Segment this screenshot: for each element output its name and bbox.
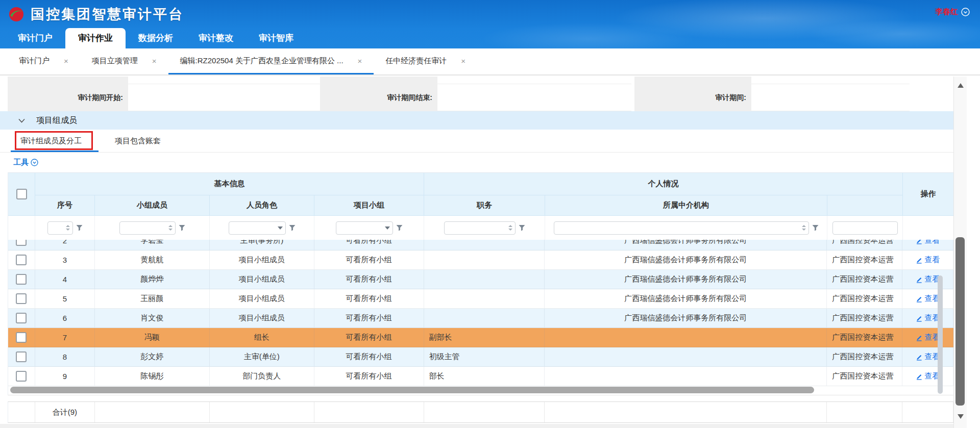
cell-name: 黄航航 [95, 250, 210, 270]
filter-seq-input[interactable] [47, 221, 73, 235]
workspace-tab[interactable]: 项目立项管理× [80, 48, 168, 74]
filter-funnel-icon[interactable] [519, 224, 525, 231]
edit-pencil-icon [916, 257, 923, 264]
view-link[interactable]: 查看 [916, 333, 940, 342]
view-link-label[interactable]: 查看 [925, 240, 940, 245]
filter-company-input[interactable] [832, 221, 898, 235]
cell-duty [424, 240, 545, 250]
cell-org: 广西瑞信盛德会计师事务所有限公司 [545, 270, 827, 289]
workspace-tab[interactable]: 审计门户× [7, 48, 80, 74]
filter-funnel-icon[interactable] [289, 224, 296, 231]
table-row[interactable]: 2李碧莹主审(事务所)可看所有小组广西瑞信盛德会计师事务所有限公司广西国控资本运… [8, 240, 953, 250]
row-checkbox[interactable] [16, 351, 27, 362]
cell-seq: 8 [35, 347, 95, 367]
column-header: 所属中介机构 [545, 195, 827, 216]
view-link[interactable]: 查看 [916, 240, 940, 245]
form-field-input[interactable] [128, 77, 320, 84]
tools-dropdown[interactable]: 工具 [13, 158, 29, 167]
row-checkbox[interactable] [16, 274, 27, 285]
view-link[interactable]: 查看 [916, 313, 940, 323]
scrollbar-up-arrow[interactable] [958, 83, 964, 88]
section-project-members[interactable]: 项目组成员 [0, 111, 953, 130]
close-icon[interactable]: × [64, 57, 68, 65]
filter-org-input[interactable] [554, 221, 809, 235]
chevron-down-circle-icon[interactable] [31, 159, 38, 166]
user-name[interactable]: 李春红 [935, 7, 958, 17]
table-row[interactable]: 9陈锡彤部门负责人可看所有小组部长广西国控资本运营查看 [8, 367, 953, 386]
row-checkbox-cell [8, 367, 35, 386]
select-all-checkbox[interactable] [16, 189, 27, 199]
nav-tab[interactable]: 数据分析 [126, 28, 186, 48]
subtab-account-sets[interactable]: 项目包含账套 [115, 130, 161, 153]
page-scrollbar-thumb[interactable] [955, 237, 965, 406]
row-checkbox[interactable] [16, 332, 27, 343]
close-icon[interactable]: × [461, 57, 465, 65]
view-link[interactable]: 查看 [916, 274, 940, 284]
chevron-down-icon[interactable] [18, 118, 25, 123]
form-field-input[interactable] [437, 77, 631, 84]
chevron-down-icon[interactable] [961, 8, 970, 16]
table-row[interactable]: 8彭文婷主审(单位)可看所有小组初级主管广西国控资本运营查看 [8, 347, 953, 367]
row-checkbox[interactable] [16, 293, 27, 304]
cell-org: 广西瑞信盛德会计师事务所有限公司 [545, 309, 827, 328]
spinner-icon[interactable] [66, 225, 70, 231]
view-link[interactable]: 查看 [916, 294, 940, 304]
workspace-tab[interactable]: 编辑:RZ202504 关于广西农垦企业管理有限公 ...× [168, 48, 374, 74]
table-row[interactable]: 4颜烨烨项目小组成员可看所有小组广西瑞信盛德会计师事务所有限公司广西国控资本运营… [8, 270, 953, 289]
table-row[interactable]: 5王丽颜项目小组成员可看所有小组广西瑞信盛德会计师事务所有限公司广西国控资本运营… [8, 289, 953, 309]
workspace-tab-label: 项目立项管理 [92, 56, 138, 66]
filter-funnel-icon[interactable] [812, 224, 819, 231]
cell-duty: 部长 [424, 367, 545, 386]
table-row[interactable]: 7冯颖组长可看所有小组副部长广西国控资本运营查看 [8, 328, 953, 347]
form-field-input[interactable] [128, 84, 320, 111]
cell-group: 可看所有小组 [314, 309, 424, 328]
filter-funnel-icon[interactable] [76, 224, 83, 231]
view-link[interactable]: 查看 [916, 352, 940, 362]
filter-role-input[interactable] [229, 221, 286, 235]
form-field-input[interactable] [751, 77, 910, 84]
spinner-icon[interactable] [802, 225, 806, 231]
scrollbar-down-arrow[interactable] [958, 414, 964, 419]
row-checkbox[interactable] [16, 240, 27, 246]
dropdown-arrow-icon[interactable] [278, 226, 283, 230]
form-field-label [634, 77, 751, 84]
nav-tab[interactable]: 审计门户 [5, 28, 65, 48]
row-checkbox[interactable] [16, 371, 27, 382]
subtab-members-and-division[interactable]: 审计组成员及分工 [20, 130, 82, 153]
cell-seq: 4 [35, 270, 95, 289]
dropdown-arrow-icon[interactable] [385, 226, 390, 230]
table-row[interactable]: 6肖文俊项目小组成员可看所有小组广西瑞信盛德会计师事务所有限公司广西国控资本运营… [8, 309, 953, 328]
row-checkbox[interactable] [16, 313, 27, 323]
user-menu[interactable]: 李春红 [935, 7, 970, 17]
form-field-input[interactable] [751, 84, 910, 111]
workspace-tab-label: 审计门户 [19, 56, 50, 66]
close-icon[interactable]: × [358, 57, 362, 65]
cell-org [545, 367, 827, 386]
spinner-icon[interactable] [508, 225, 512, 231]
nav-tab[interactable]: 审计智库 [246, 28, 306, 48]
filter-funnel-icon[interactable] [179, 224, 185, 231]
table-row[interactable]: 3黄航航项目小组成员可看所有小组广西瑞信盛德会计师事务所有限公司广西国控资本运营… [8, 250, 953, 270]
filter-group-input[interactable] [336, 221, 393, 235]
cell-group: 可看所有小组 [314, 240, 424, 250]
cell-company: 广西国控资本运营 [827, 250, 902, 270]
view-link[interactable]: 查看 [916, 371, 940, 381]
filter-duty-input[interactable] [444, 221, 516, 235]
view-link-label[interactable]: 查看 [925, 255, 940, 265]
table-vertical-scrollbar-thumb[interactable] [938, 275, 943, 394]
horizontal-scrollbar-thumb[interactable] [10, 387, 814, 393]
filter-cell-name [95, 216, 210, 240]
form-field-input[interactable] [437, 84, 631, 111]
filter-funnel-icon[interactable] [396, 224, 403, 231]
close-icon[interactable]: × [152, 57, 157, 65]
view-link[interactable]: 查看 [916, 255, 940, 265]
spinner-icon[interactable] [168, 225, 173, 231]
row-checkbox[interactable] [16, 255, 27, 265]
cell-action: 查看 [902, 240, 953, 250]
workspace-tab[interactable]: 任中经济责任审计× [374, 48, 477, 74]
nav-tab[interactable]: 审计整改 [186, 28, 246, 48]
cell-group: 可看所有小组 [314, 328, 424, 347]
filter-name-input[interactable] [119, 221, 176, 235]
table-rows-container: 2李碧莹主审(事务所)可看所有小组广西瑞信盛德会计师事务所有限公司广西国控资本运… [8, 240, 953, 386]
nav-tab[interactable]: 审计作业 [65, 28, 126, 48]
